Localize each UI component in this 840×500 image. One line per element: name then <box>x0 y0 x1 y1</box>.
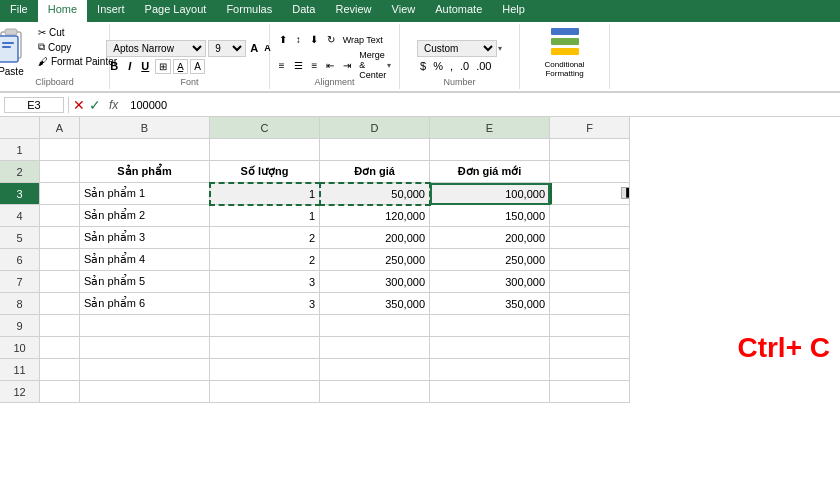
accounting-button[interactable]: $ <box>417 59 429 73</box>
font-name-select[interactable]: Aptos Narrow <box>106 40 206 57</box>
cell-e5[interactable]: 200,000 <box>430 227 550 249</box>
underline-button[interactable]: U <box>137 59 153 73</box>
cell-b3[interactable]: Sản phẩm 1 <box>80 183 210 205</box>
cell-e7[interactable]: 300,000 <box>430 271 550 293</box>
cancel-formula-icon[interactable]: ✕ <box>73 97 85 113</box>
cell-d6[interactable]: 250,000 <box>320 249 430 271</box>
cell-f5[interactable] <box>550 227 630 249</box>
cell-d2[interactable]: Đơn giá <box>320 161 430 183</box>
cell-d1[interactable] <box>320 139 430 161</box>
cell-f11[interactable] <box>550 359 630 381</box>
cell-b4[interactable]: Sản phẩm 2 <box>80 205 210 227</box>
font-color-button[interactable]: A <box>190 59 205 74</box>
cell-e9[interactable] <box>430 315 550 337</box>
increase-decimal-button[interactable]: .00 <box>473 59 494 73</box>
number-format-select[interactable]: Custom <box>417 40 497 57</box>
cell-a11[interactable] <box>40 359 80 381</box>
row-header-7[interactable]: 7 <box>0 271 40 293</box>
cell-e4[interactable]: 150,000 <box>430 205 550 227</box>
row-header-1[interactable]: 1 <box>0 139 40 161</box>
tab-insert[interactable]: Insert <box>87 0 135 22</box>
cell-a6[interactable] <box>40 249 80 271</box>
cell-e2[interactable]: Đơn giá mới <box>430 161 550 183</box>
cell-f10[interactable] <box>550 337 630 359</box>
col-header-e[interactable]: E <box>430 117 550 139</box>
row-header-5[interactable]: 5 <box>0 227 40 249</box>
row-header-11[interactable]: 11 <box>0 359 40 381</box>
cell-a1[interactable] <box>40 139 80 161</box>
cell-e3[interactable]: 100,000 <box>430 183 550 205</box>
tab-formulas[interactable]: Formulas <box>216 0 282 22</box>
align-top-button[interactable]: ⬆ <box>275 32 291 47</box>
cell-c1[interactable] <box>210 139 320 161</box>
cell-b9[interactable] <box>80 315 210 337</box>
cell-d9[interactable] <box>320 315 430 337</box>
tab-data[interactable]: Data <box>282 0 325 22</box>
row-header-9[interactable]: 9 <box>0 315 40 337</box>
align-right-button[interactable]: ≡ <box>308 58 322 73</box>
align-bottom-button[interactable]: ⬇ <box>306 32 322 47</box>
percent-button[interactable]: % <box>430 59 446 73</box>
cell-b8[interactable]: Sản phẩm 6 <box>80 293 210 315</box>
cell-a4[interactable] <box>40 205 80 227</box>
row-header-8[interactable]: 8 <box>0 293 40 315</box>
cell-e11[interactable] <box>430 359 550 381</box>
wrap-text-button[interactable]: Wrap Text <box>340 34 386 46</box>
cell-c5[interactable]: 2 <box>210 227 320 249</box>
scrollbar-thumb[interactable]: ▐ <box>621 187 630 199</box>
increase-indent-button[interactable]: ⇥ <box>339 58 355 73</box>
comma-button[interactable]: , <box>447 59 456 73</box>
tab-help[interactable]: Help <box>492 0 535 22</box>
cell-d3[interactable]: 50,000 <box>320 183 430 205</box>
cell-e12[interactable] <box>430 381 550 403</box>
cell-c6[interactable]: 2 <box>210 249 320 271</box>
cell-c3[interactable]: 1 <box>210 183 320 205</box>
cell-f7[interactable] <box>550 271 630 293</box>
col-header-c[interactable]: C <box>210 117 320 139</box>
align-center-button[interactable]: ☰ <box>290 58 307 73</box>
cell-b2[interactable]: Sản phẩm <box>80 161 210 183</box>
cell-a10[interactable] <box>40 337 80 359</box>
italic-button[interactable]: I <box>124 59 135 73</box>
cell-c10[interactable] <box>210 337 320 359</box>
formula-input[interactable] <box>126 98 836 112</box>
cell-b10[interactable] <box>80 337 210 359</box>
cell-c2[interactable]: Số lượng <box>210 161 320 183</box>
cell-e1[interactable] <box>430 139 550 161</box>
cell-f8[interactable] <box>550 293 630 315</box>
cell-e8[interactable]: 350,000 <box>430 293 550 315</box>
cell-d11[interactable] <box>320 359 430 381</box>
col-header-d[interactable]: D <box>320 117 430 139</box>
row-header-6[interactable]: 6 <box>0 249 40 271</box>
align-middle-button[interactable]: ↕ <box>292 32 305 47</box>
cell-e6[interactable]: 250,000 <box>430 249 550 271</box>
cell-d8[interactable]: 350,000 <box>320 293 430 315</box>
tab-page-layout[interactable]: Page Layout <box>135 0 217 22</box>
cell-c9[interactable] <box>210 315 320 337</box>
decrease-decimal-button[interactable]: .0 <box>457 59 472 73</box>
cell-c12[interactable] <box>210 381 320 403</box>
cell-a9[interactable] <box>40 315 80 337</box>
highlight-color-button[interactable]: A̲ <box>173 59 188 74</box>
row-header-3[interactable]: 3 <box>0 183 40 205</box>
cell-d4[interactable]: 120,000 <box>320 205 430 227</box>
cell-f2[interactable] <box>550 161 630 183</box>
cell-b5[interactable]: Sản phẩm 3 <box>80 227 210 249</box>
cell-a7[interactable] <box>40 271 80 293</box>
cell-d7[interactable]: 300,000 <box>320 271 430 293</box>
tab-file[interactable]: File <box>0 0 38 22</box>
cell-a5[interactable] <box>40 227 80 249</box>
border-button[interactable]: ⊞ <box>155 59 171 74</box>
font-size-select[interactable]: 9 <box>208 40 246 57</box>
cell-f6[interactable] <box>550 249 630 271</box>
col-header-f[interactable]: F <box>550 117 630 139</box>
tab-view[interactable]: View <box>382 0 426 22</box>
cell-a8[interactable] <box>40 293 80 315</box>
text-direction-button[interactable]: ↻ <box>323 32 339 47</box>
cell-d5[interactable]: 200,000 <box>320 227 430 249</box>
cell-b7[interactable]: Sản phẩm 5 <box>80 271 210 293</box>
cell-d10[interactable] <box>320 337 430 359</box>
col-header-b[interactable]: B <box>80 117 210 139</box>
row-header-4[interactable]: 4 <box>0 205 40 227</box>
cell-f4[interactable] <box>550 205 630 227</box>
